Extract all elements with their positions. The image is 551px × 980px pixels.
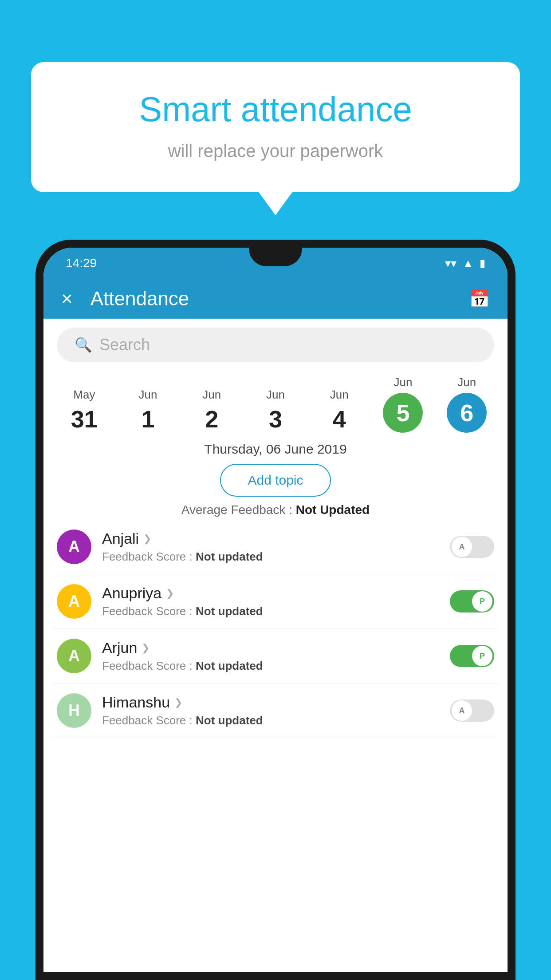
avg-feedback-value: Not Updated (296, 503, 370, 517)
wifi-icon: ▾▾ (445, 257, 457, 270)
student-info-anupriya: Anupriya ❯ Feedback Score : Not updated (102, 585, 450, 618)
date-col-may31[interactable]: May 31 (52, 388, 116, 433)
student-name-anjali: Anjali ❯ (102, 530, 450, 547)
chevron-icon-anupriya: ❯ (166, 588, 174, 599)
toggle-knob-anjali: A (452, 537, 472, 557)
feedback-arjun: Feedback Score : Not updated (102, 659, 450, 673)
chevron-icon-anjali: ❯ (143, 533, 151, 545)
date-col-jun3[interactable]: Jun 3 (244, 388, 307, 433)
app-content: 🔍 Search May 31 Jun 1 Jun 2 (43, 319, 508, 972)
date-circle-blue: 6 (447, 393, 487, 433)
date-col-jun2[interactable]: Jun 2 (180, 388, 244, 433)
toggle-knob-anupriya: P (472, 591, 492, 612)
status-bar: 14:29 ▾▾ ▲ ▮ (43, 248, 508, 279)
date-month-1: Jun (139, 388, 157, 402)
toggle-anupriya[interactable]: P (450, 590, 494, 612)
avatar-anjali: A (57, 530, 91, 564)
student-info-anjali: Anjali ❯ Feedback Score : Not updated (102, 530, 450, 564)
student-item-himanshu[interactable]: H Himanshu ❯ Feedback Score : Not update… (52, 684, 499, 738)
avatar-arjun: A (57, 639, 91, 673)
student-item-anjali[interactable]: A Anjali ❯ Feedback Score : Not updated (52, 520, 499, 574)
speech-bubble-wrapper: Smart attendance will replace your paper… (31, 62, 520, 192)
phone-frame: 14:29 ▾▾ ▲ ▮ × Attendance 📅 🔍 Search (35, 240, 516, 980)
app-header: × Attendance 📅 (43, 279, 508, 319)
date-col-jun6[interactable]: Jun 6 (435, 375, 499, 433)
date-month-6: Jun (457, 375, 476, 389)
chevron-icon-himanshu: ❯ (174, 697, 182, 708)
avatar-initial-anjali: A (68, 537, 80, 556)
search-icon: 🔍 (75, 336, 92, 353)
signal-icon: ▲ (463, 257, 473, 269)
speech-bubble: Smart attendance will replace your paper… (31, 62, 520, 192)
notch (249, 248, 302, 266)
date-month-4: Jun (330, 388, 349, 402)
calendar-icon[interactable]: 📅 (469, 289, 490, 308)
date-month-0: May (73, 388, 95, 402)
phone-inner: 14:29 ▾▾ ▲ ▮ × Attendance 📅 🔍 Search (43, 248, 508, 972)
student-name-himanshu: Himanshu ❯ (102, 694, 450, 711)
date-month-3: Jun (266, 388, 285, 402)
battery-icon: ▮ (480, 257, 485, 269)
date-row: May 31 Jun 1 Jun 2 Jun 3 (43, 371, 508, 433)
feedback-anupriya: Feedback Score : Not updated (102, 605, 450, 618)
date-month-5: Jun (394, 375, 412, 389)
student-name-arjun: Arjun ❯ (102, 639, 450, 656)
student-item-arjun[interactable]: A Arjun ❯ Feedback Score : Not updated (52, 629, 499, 684)
toggle-anjali[interactable]: A (450, 536, 494, 558)
speech-title: Smart attendance (67, 89, 484, 130)
date-day-1: 1 (142, 405, 155, 433)
feedback-himanshu: Feedback Score : Not updated (102, 714, 450, 727)
search-bar[interactable]: 🔍 Search (57, 328, 494, 362)
feedback-anjali: Feedback Score : Not updated (102, 550, 450, 564)
date-day-2: 2 (205, 405, 218, 433)
avatar-anupriya: A (57, 584, 91, 619)
date-day-3: 3 (269, 405, 282, 433)
phone-screen: 14:29 ▾▾ ▲ ▮ × Attendance 📅 🔍 Search (43, 248, 508, 972)
avg-feedback: Average Feedback : Not Updated (43, 503, 508, 517)
date-month-2: Jun (202, 388, 221, 402)
avatar-himanshu: H (57, 693, 91, 728)
date-day-4: 4 (333, 405, 346, 433)
student-item-anupriya[interactable]: A Anupriya ❯ Feedback Score : Not update… (52, 574, 499, 629)
close-button[interactable]: × (61, 288, 73, 310)
toggle-knob-himanshu: A (452, 700, 472, 721)
toggle-himanshu[interactable]: A (450, 699, 494, 722)
date-col-jun5[interactable]: Jun 5 (371, 375, 435, 433)
avg-feedback-label: Average Feedback : (181, 503, 296, 517)
date-day-0: 31 (71, 405, 98, 433)
toggle-arjun[interactable]: P (450, 645, 494, 667)
search-placeholder: Search (99, 336, 150, 354)
avatar-initial-himanshu: H (68, 701, 80, 720)
status-icons: ▾▾ ▲ ▮ (445, 257, 485, 270)
header-title: Attendance (91, 288, 469, 310)
status-time: 14:29 (66, 256, 97, 270)
toggle-knob-arjun: P (472, 646, 492, 666)
student-name-anupriya: Anupriya ❯ (102, 585, 450, 602)
avatar-initial-anupriya: A (68, 592, 80, 611)
student-info-arjun: Arjun ❯ Feedback Score : Not updated (102, 639, 450, 673)
selected-date: Thursday, 06 June 2019 (43, 442, 508, 457)
student-list: A Anjali ❯ Feedback Score : Not updated (43, 520, 508, 738)
student-info-himanshu: Himanshu ❯ Feedback Score : Not updated (102, 694, 450, 727)
avatar-initial-arjun: A (68, 647, 80, 665)
add-topic-button[interactable]: Add topic (220, 464, 331, 497)
speech-subtitle: will replace your paperwork (67, 141, 484, 161)
chevron-icon-arjun: ❯ (142, 642, 150, 654)
date-col-jun1[interactable]: Jun 1 (116, 388, 180, 433)
date-col-jun4[interactable]: Jun 4 (307, 388, 371, 433)
date-circle-green: 5 (383, 393, 423, 433)
